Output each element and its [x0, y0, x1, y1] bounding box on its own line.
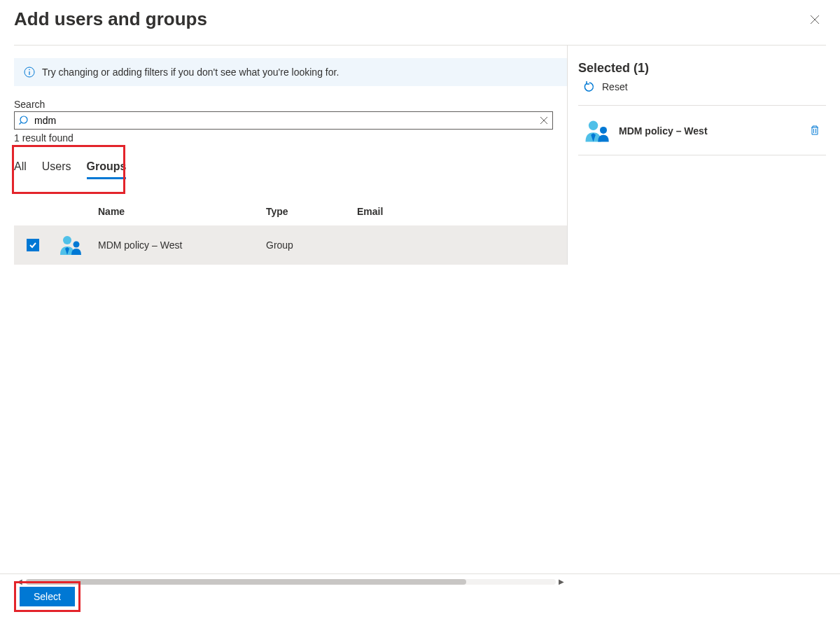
- selected-item: MDM policy – West: [578, 113, 826, 155]
- dialog-title: Add users and groups: [14, 8, 207, 30]
- search-icon: [19, 115, 30, 126]
- row-checkbox[interactable]: [27, 239, 39, 251]
- result-count: 1 result found: [14, 132, 567, 144]
- column-email[interactable]: Email: [357, 206, 567, 217]
- checkmark-icon: [29, 241, 37, 249]
- svg-point-3: [63, 236, 71, 244]
- column-name[interactable]: Name: [98, 206, 266, 217]
- selected-group-avatar-icon: [582, 117, 610, 145]
- select-button[interactable]: Select: [20, 587, 75, 606]
- svg-point-6: [600, 127, 607, 134]
- highlight-select: Select: [14, 581, 80, 612]
- tab-users[interactable]: Users: [42, 160, 71, 179]
- row-name: MDM policy – West: [98, 239, 266, 251]
- close-button[interactable]: [804, 8, 826, 31]
- search-label: Search: [14, 99, 567, 110]
- info-icon: [24, 67, 35, 78]
- reset-icon: [584, 81, 595, 92]
- svg-point-1: [29, 69, 30, 71]
- selected-item-name: MDM policy – West: [619, 125, 798, 137]
- trash-icon: [809, 125, 820, 136]
- table-row[interactable]: MDM policy – West Group: [14, 225, 567, 265]
- svg-point-4: [74, 242, 80, 248]
- clear-search-icon[interactable]: [540, 116, 548, 125]
- search-input[interactable]: [34, 115, 540, 126]
- close-icon: [810, 15, 820, 25]
- svg-point-5: [589, 121, 598, 130]
- group-avatar-icon: [57, 232, 83, 258]
- row-type: Group: [266, 239, 357, 251]
- info-message: Try changing or adding filters if you do…: [42, 67, 339, 78]
- delete-selected-button[interactable]: [806, 122, 823, 141]
- table-header: Name Type Email: [14, 206, 567, 225]
- tab-all[interactable]: All: [14, 160, 27, 179]
- reset-button[interactable]: Reset: [584, 81, 826, 92]
- svg-point-2: [20, 116, 27, 123]
- info-bar: Try changing or adding filters if you do…: [14, 58, 567, 86]
- tab-groups[interactable]: Groups: [87, 160, 127, 179]
- footer: Select: [0, 573, 840, 619]
- selected-heading: Selected (1): [578, 61, 826, 76]
- reset-label: Reset: [602, 81, 628, 92]
- filter-tabs: All Users Groups: [14, 160, 567, 179]
- column-type[interactable]: Type: [266, 206, 357, 217]
- selected-divider: [578, 105, 826, 106]
